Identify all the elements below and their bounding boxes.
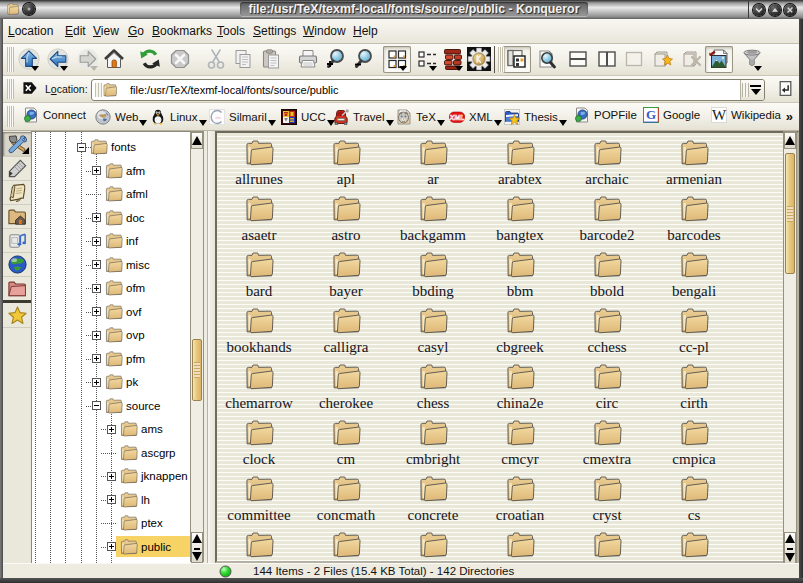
home-button[interactable] — [100, 46, 128, 73]
tree-expander-plus[interactable] — [92, 307, 101, 316]
folder-item-armenian[interactable]: armenian — [650, 138, 738, 188]
tree-expander-plus[interactable] — [92, 213, 101, 222]
folder-item-bard[interactable]: bard — [215, 250, 303, 300]
titlebar[interactable]: file:/usr/TeX/texmf-local/fonts/source/p… — [0, 0, 803, 19]
folder-item[interactable] — [302, 530, 390, 563]
bookmark-linux[interactable]: Linux — [150, 107, 207, 126]
folder-item-clock[interactable]: clock — [215, 418, 303, 468]
bookmark-silmaril[interactable]: Silmaril — [209, 107, 276, 126]
scroll-double-buttons[interactable] — [784, 532, 796, 564]
bookmarkbar-handle[interactable] — [7, 106, 14, 127]
side-globe-button[interactable] — [3, 252, 31, 277]
tree-item-ovf[interactable]: ovf — [104, 300, 141, 323]
bookmark-web[interactable]: Web — [95, 107, 147, 126]
folder-item-bbm[interactable]: bbm — [476, 250, 564, 300]
folder-item-bbding[interactable]: bbding — [389, 250, 477, 300]
folder-item-croatian[interactable]: croatian — [476, 474, 564, 524]
tree-expander-minus[interactable] — [92, 401, 101, 410]
scroll-double-down[interactable] — [192, 552, 202, 561]
bookmark-ucc[interactable]: UCC — [281, 107, 335, 126]
scroll-up-button[interactable] — [191, 132, 203, 149]
menu-edit[interactable]: Edit — [65, 24, 86, 38]
folder-item-cherokee[interactable]: cherokee — [302, 362, 390, 412]
tree-item-ams[interactable]: ams — [119, 418, 163, 441]
bookmark-popfile[interactable]: POPFile — [574, 107, 637, 123]
scroll-double-down[interactable] — [785, 553, 795, 562]
menu-help[interactable]: Help — [353, 24, 378, 38]
resize-grip-icon[interactable] — [783, 565, 795, 577]
forward-arrow-dropdown-arrow[interactable] — [90, 66, 98, 71]
bookmark-overflow-chevron[interactable]: » — [786, 109, 793, 124]
tree-scrollbar[interactable] — [190, 131, 204, 562]
image-preview-button[interactable] — [705, 46, 733, 73]
bookmark-google[interactable]: Google — [643, 107, 700, 123]
back-arrow-dropdown-arrow[interactable] — [60, 66, 68, 71]
folder-item[interactable] — [476, 530, 564, 563]
side-home-button[interactable] — [3, 204, 31, 229]
tree-item-ofm[interactable]: ofm — [104, 277, 145, 300]
tree-item-doc[interactable]: doc — [104, 206, 145, 229]
folder-item-archaic[interactable]: archaic — [563, 138, 651, 188]
iconview-scrollbar[interactable] — [783, 131, 797, 563]
tree-item-pk[interactable]: pk — [104, 371, 138, 394]
tree-expander-plus[interactable] — [92, 260, 101, 269]
paste-button[interactable] — [257, 46, 285, 73]
stop-button[interactable] — [166, 46, 194, 73]
folder-item-cmextra[interactable]: cmextra — [563, 418, 651, 468]
folder-item[interactable] — [215, 530, 303, 563]
folder-item-apl[interactable]: apl — [302, 138, 390, 188]
scroll-double-buttons[interactable] — [191, 532, 203, 563]
locationbar-handle[interactable] — [7, 79, 14, 99]
folder-item-cryst[interactable]: cryst — [563, 474, 651, 524]
side-tools-button[interactable] — [3, 132, 31, 157]
folder-item-calligra[interactable]: calligra — [302, 306, 390, 356]
folder-item-barcode2[interactable]: barcode2 — [563, 194, 651, 244]
tree-item-fonts[interactable]: fonts — [89, 136, 136, 159]
folder-item-asaetr[interactable]: asaetr — [215, 194, 303, 244]
location-value[interactable]: file:/usr/TeX/texmf-local/fonts/source/p… — [130, 84, 338, 96]
tree-expander-plus[interactable] — [92, 354, 101, 363]
menu-settings[interactable]: Settings — [253, 24, 296, 38]
tree-item-afm[interactable]: afm — [104, 159, 145, 182]
tree-item-inf[interactable]: inf — [104, 230, 138, 253]
menu-location[interactable]: Location — [8, 24, 53, 38]
split-vertical-button[interactable] — [593, 46, 621, 73]
tree-expander-plus[interactable] — [107, 472, 116, 481]
folder-item-backgamm[interactable]: backgamm — [389, 194, 477, 244]
tree-expander-minus[interactable] — [77, 143, 86, 152]
bookmark-thesis[interactable]: Thesis — [504, 107, 567, 126]
tree-item-source[interactable]: source — [104, 394, 161, 417]
reload-button[interactable] — [136, 46, 164, 73]
folder-item[interactable] — [650, 530, 738, 563]
tree-item-ascgrp[interactable]: ascgrp — [119, 441, 176, 464]
cut-button[interactable] — [202, 46, 230, 73]
bookmark-travel[interactable]: Travel — [333, 107, 394, 126]
menu-go[interactable]: Go — [128, 24, 144, 38]
find-file-button[interactable] — [533, 46, 561, 73]
folder-item-cs[interactable]: cs — [650, 474, 738, 524]
copy-button[interactable] — [229, 46, 257, 73]
bookmark-xml[interactable]: XML — [449, 107, 502, 126]
folder-item-astro[interactable]: astro — [302, 194, 390, 244]
zoom-out-button[interactable] — [350, 46, 378, 73]
location-combobox[interactable]: file:/usr/TeX/texmf-local/fonts/source/p… — [91, 79, 765, 101]
nav-panel-button[interactable] — [503, 46, 531, 73]
scroll-thumb[interactable] — [192, 339, 202, 401]
tree-expander-plus[interactable] — [107, 425, 116, 434]
sticky-button[interactable] — [23, 3, 35, 15]
tree-expander-plus[interactable] — [92, 166, 101, 175]
tree-item-ovp[interactable]: ovp — [104, 324, 145, 347]
toolbar-handle[interactable] — [7, 47, 14, 72]
up-arrow-dropdown-arrow[interactable] — [31, 66, 39, 71]
folder-item-cirth[interactable]: cirth — [650, 362, 738, 412]
print-button[interactable] — [294, 46, 322, 73]
scroll-up-button[interactable] — [784, 132, 796, 149]
tree-item-ptex[interactable]: ptex — [119, 512, 163, 535]
folder-item-barcodes[interactable]: barcodes — [650, 194, 738, 244]
side-star-button[interactable] — [3, 303, 31, 328]
zoom-in-button[interactable] — [322, 46, 350, 73]
go-button[interactable] — [777, 80, 794, 97]
split-horizontal-button[interactable] — [564, 46, 592, 73]
folder-item-bangtex[interactable]: bangtex — [476, 194, 564, 244]
filter-funnel-dropdown-arrow[interactable] — [754, 66, 762, 71]
